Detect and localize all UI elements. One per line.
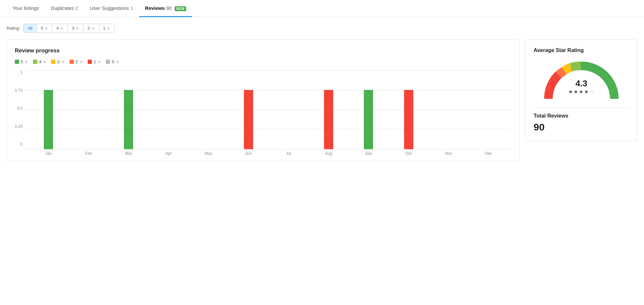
rating-btn-all[interactable]: All xyxy=(23,24,37,33)
x-label-nov: Nov xyxy=(428,151,468,156)
bar-group-jun xyxy=(228,70,268,149)
bar-mar xyxy=(124,90,133,149)
star-icon-5: ★ xyxy=(44,26,48,31)
bar-group-aug xyxy=(308,70,348,149)
legend-star-5: ★ xyxy=(25,60,28,64)
chart-panel: Review progress 5 ★ 4 ★ 3 ★ xyxy=(7,39,519,161)
star-icon-2: ★ xyxy=(91,26,95,31)
y-label-0: 0 xyxy=(20,142,23,147)
stats-divider xyxy=(534,107,629,108)
legend-color-5 xyxy=(15,60,19,64)
bar-group-dec xyxy=(469,70,509,149)
legend-item-2: 2 ★ xyxy=(70,59,83,64)
tabs-nav: Your listings Duplicates 2 User Suggesti… xyxy=(0,0,644,17)
y-axis: 1 0.75 0.5 0.25 0 xyxy=(15,70,26,156)
rating-btn-4[interactable]: 4 ★ xyxy=(52,24,68,33)
x-label-feb: Feb xyxy=(69,151,108,156)
bar-group-jan xyxy=(28,70,68,149)
bar-jan xyxy=(44,90,53,149)
bar-group-mar xyxy=(108,70,148,149)
stats-title: Average Star Rating xyxy=(534,47,629,53)
bar-group-sep xyxy=(348,70,388,149)
tab-user-suggestions[interactable]: User Suggestions 1 xyxy=(84,0,139,17)
bar-group-oct xyxy=(389,70,428,149)
rating-filter-label: Rating: xyxy=(7,26,20,31)
legend-item-1: 1 ★ xyxy=(88,59,101,64)
rating-filter: Rating: All 5 ★ 4 ★ 3 ★ 2 ★ 1 ★ xyxy=(7,24,637,33)
legend-color-1 xyxy=(88,60,92,64)
legend-color-4 xyxy=(33,60,37,64)
y-label-05: 0.5 xyxy=(17,106,23,111)
rating-btn-1[interactable]: 1 ★ xyxy=(99,24,115,33)
legend-item-0: 0 ★ xyxy=(106,59,119,64)
legend-star-3: ★ xyxy=(61,60,65,64)
legend-color-2 xyxy=(70,60,74,64)
x-label-aug: Aug xyxy=(308,151,348,156)
bar-group-jul xyxy=(269,70,308,149)
x-label-jul: Jul xyxy=(269,151,308,156)
x-label-mar: Mar xyxy=(108,151,148,156)
y-label-025: 0.25 xyxy=(15,124,22,129)
x-label-may: May xyxy=(189,151,228,156)
tab-duplicates[interactable]: Duplicates 2 xyxy=(45,0,84,17)
x-label-dec: Dec xyxy=(469,151,509,156)
chart-legend: 5 ★ 4 ★ 3 ★ 2 ★ xyxy=(15,59,511,64)
tab-reviews[interactable]: Reviews 90 NEW xyxy=(139,0,192,17)
panels: Review progress 5 ★ 4 ★ 3 ★ xyxy=(7,39,637,161)
legend-item-5: 5 ★ xyxy=(15,59,28,64)
legend-color-3 xyxy=(51,60,55,64)
legend-star-2: ★ xyxy=(79,60,83,64)
bar-group-may xyxy=(189,70,228,149)
x-label-jun: Jun xyxy=(228,151,268,156)
chart-title: Review progress xyxy=(15,47,511,54)
legend-star-1: ★ xyxy=(98,60,101,64)
gauge-wrap: 4.3 ★★★★☆ xyxy=(534,59,629,102)
bar-group-nov xyxy=(428,70,468,149)
legend-color-0 xyxy=(106,60,110,64)
star-icon-3: ★ xyxy=(75,26,79,31)
gauge-stars: ★★★★☆ xyxy=(568,89,595,95)
legend-star-0: ★ xyxy=(116,60,119,64)
x-label-oct: Oct xyxy=(389,151,428,156)
bar-oct xyxy=(404,90,413,149)
x-label-jan: Jan xyxy=(28,151,68,156)
y-label-075: 0.75 xyxy=(15,88,22,93)
chart-body: JanFebMarAprMayJunJulAugSepOctNovDec xyxy=(26,70,511,156)
bar-group-feb xyxy=(69,70,108,149)
x-label-apr: Apr xyxy=(149,151,189,156)
total-reviews-label: Total Reviews xyxy=(534,113,629,119)
bar-aug xyxy=(324,90,333,149)
bar-sep xyxy=(364,90,373,149)
tab-your-listings[interactable]: Your listings xyxy=(7,0,45,17)
gauge-number: 4.3 xyxy=(568,78,595,89)
legend-item-3: 3 ★ xyxy=(51,59,65,64)
bar-jun xyxy=(244,90,253,149)
legend-item-4: 4 ★ xyxy=(33,59,46,64)
star-icon-4: ★ xyxy=(60,26,64,31)
gauge-value: 4.3 ★★★★☆ xyxy=(568,78,595,95)
y-label-1: 1 xyxy=(20,70,23,75)
x-axis: JanFebMarAprMayJunJulAugSepOctNovDec xyxy=(26,149,511,156)
bar-group-apr xyxy=(149,70,189,149)
bars-row xyxy=(26,70,511,149)
legend-star-4: ★ xyxy=(43,60,46,64)
star-icon-1: ★ xyxy=(107,26,110,31)
main-content: Rating: All 5 ★ 4 ★ 3 ★ 2 ★ 1 ★ Review p… xyxy=(0,17,644,168)
stats-panel: Average Star Rating xyxy=(525,39,637,141)
rating-btn-3[interactable]: 3 ★ xyxy=(68,24,83,33)
bar-chart: 1 0.75 0.5 0.25 0 xyxy=(15,70,511,156)
grid-and-bars xyxy=(26,70,511,149)
rating-btn-5[interactable]: 5 ★ xyxy=(37,24,52,33)
x-label-sep: Sep xyxy=(348,151,388,156)
total-reviews-count: 90 xyxy=(534,122,629,133)
rating-btn-2[interactable]: 2 ★ xyxy=(83,24,99,33)
